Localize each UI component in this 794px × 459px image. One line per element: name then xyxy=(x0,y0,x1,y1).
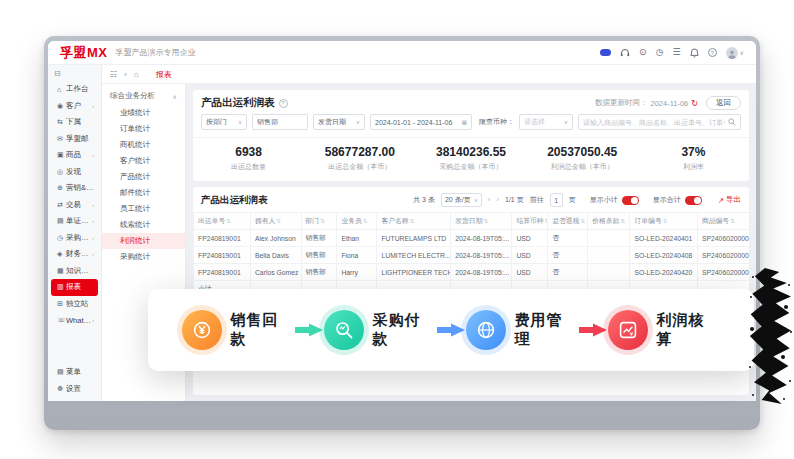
tab-reports[interactable]: 报表 xyxy=(156,69,172,80)
step-expense-management: 费用管理 xyxy=(466,310,578,350)
sidebar-collapse-icon[interactable]: ⊟ xyxy=(48,67,101,81)
subtotal-toggle-group: 显示小计 xyxy=(590,195,639,205)
sidebar-item-subordinates[interactable]: ⇆下属 xyxy=(51,114,98,131)
refresh-icon[interactable]: ↻ xyxy=(691,99,698,108)
dept-input[interactable] xyxy=(252,114,308,130)
chevron-left-icon[interactable]: ‹ xyxy=(124,70,127,79)
total-toggle[interactable] xyxy=(685,196,702,205)
sort-icon: ⇅ xyxy=(363,218,368,224)
sidebar-item-knowledge[interactable]: ▦知识管理 xyxy=(51,263,98,280)
submenu-item-products[interactable]: 产品统计 xyxy=(102,169,185,185)
sidebar-item-menu[interactable]: ▤菜单 xyxy=(51,364,98,381)
back-button[interactable]: 返回 xyxy=(706,96,741,110)
col-shipment-no[interactable]: 出运单号⇅ xyxy=(194,213,251,230)
prev-page-icon[interactable]: ‹ xyxy=(488,196,491,204)
currency-label: 限查币种： xyxy=(479,117,514,127)
clock-icon[interactable]: ◷ xyxy=(656,48,664,57)
sidebar-item-marketing[interactable]: ⊕营销&AM xyxy=(51,180,98,197)
col-customer[interactable]: 客户名称⇅ xyxy=(377,213,451,230)
col-department[interactable]: 部门⇅ xyxy=(301,213,337,230)
sidebar-item-trade[interactable]: ⇄交易› xyxy=(51,197,98,214)
col-currency[interactable]: 结算币种⇅ xyxy=(512,213,548,230)
exchange-icon: ⇄ xyxy=(57,201,66,209)
subtotal-toggle[interactable] xyxy=(622,196,639,205)
user-menu[interactable]: ∨ xyxy=(726,47,744,59)
page: 孚盟MX 孚盟产品演示专用企业 ⊙ ◷ ☰ ? ∨ xyxy=(0,0,794,459)
sidebar-item-finance[interactable]: ◈财务管理› xyxy=(51,246,98,263)
report-icon: ▥ xyxy=(57,283,66,291)
submenu-group[interactable]: 综合业务分析 ∧ xyxy=(102,88,185,105)
help-icon[interactable]: ? xyxy=(708,48,717,57)
sidebar-item-site[interactable]: ⊞独立站 xyxy=(51,296,98,313)
goto-page-input[interactable] xyxy=(550,193,563,207)
people-icon: ⇆ xyxy=(57,118,66,126)
sidebar-item-customers[interactable]: ◉客户› xyxy=(51,98,98,115)
sidebar-item-shipping-docs[interactable]: ▤单证船务› xyxy=(51,213,98,230)
col-price-terms[interactable]: 价格条款⇅ xyxy=(588,213,630,230)
help-icon[interactable]: ? xyxy=(279,99,288,108)
arrow-right-icon xyxy=(294,322,324,338)
col-product-no[interactable]: 商品编号⇅ xyxy=(697,213,749,230)
customer-icon: ◉ xyxy=(57,102,66,110)
page-unit: 页 xyxy=(569,195,576,205)
stat-profit-rate: 37%利润率 xyxy=(638,145,749,172)
currency-select[interactable]: 请选择∨ xyxy=(519,114,573,130)
sidebar-item-workbench[interactable]: ⌂工作台 xyxy=(51,81,98,98)
arrow-right-icon xyxy=(578,322,608,338)
eye-icon[interactable] xyxy=(600,49,611,56)
col-tax-refund[interactable]: 是否退税⇅ xyxy=(548,213,588,230)
sidebar-item-whatsapp[interactable]: ☏WhatsAp...› xyxy=(51,312,98,329)
list-icon[interactable]: ☰ xyxy=(673,48,681,57)
page-indicator: 1/1 页 xyxy=(505,195,524,205)
submenu-item-emails[interactable]: 邮件统计 xyxy=(102,185,185,201)
site-icon: ⊞ xyxy=(57,300,66,308)
stat-shipment-qty: 6938出运总数量 xyxy=(193,145,304,172)
target-icon[interactable]: ⊙ xyxy=(639,48,647,57)
stat-profit-amount: 20537050.45利润总金额（本币） xyxy=(527,145,638,172)
submenu-item-opportunities[interactable]: 商机统计 xyxy=(102,137,185,153)
sort-icon: ⇅ xyxy=(730,218,735,224)
col-ship-date[interactable]: 发货日期⇅ xyxy=(451,213,512,230)
gear-icon: ☸ xyxy=(57,385,66,393)
col-order-no[interactable]: 订单编号⇅ xyxy=(630,213,697,230)
submenu-item-employees[interactable]: 员工统计 xyxy=(102,201,185,217)
compass-icon: ◎ xyxy=(57,168,66,176)
bell-icon[interactable] xyxy=(690,48,699,58)
calendar-icon: ▦ xyxy=(462,119,467,125)
dept-select[interactable]: 按部门∨ xyxy=(201,114,247,130)
submenu-item-profit[interactable]: 利润统计 xyxy=(102,233,185,249)
grid-icon[interactable]: ☷ xyxy=(110,70,117,79)
submenu-item-leads[interactable]: 线索统计 xyxy=(102,217,185,233)
search-input[interactable] xyxy=(578,114,741,130)
chevron-down-icon: ∨ xyxy=(356,119,360,125)
submenu-item-procurement[interactable]: 采购统计 xyxy=(102,249,185,265)
date-range-input[interactable]: 2024-01-01 - 2024-11-06▦ xyxy=(370,114,472,130)
sidebar-item-reports[interactable]: ▥报表 xyxy=(51,279,98,296)
sidebar-item-settings[interactable]: ☸设置 xyxy=(51,381,98,398)
table-row: FP240819001Carlos Gomez销售部HarryLIGHTPION… xyxy=(194,264,750,281)
magnifier-icon xyxy=(324,310,364,350)
col-owner[interactable]: 拥有人⇅ xyxy=(250,213,301,230)
page-size-select[interactable]: 20 条/页∨ xyxy=(441,193,482,207)
sort-icon: ⇅ xyxy=(483,218,488,224)
kpi-stats: 6938出运总数量 58677287.00出运总金额（本币） 38140236.… xyxy=(193,137,749,181)
sidebar-item-products[interactable]: ▣商品› xyxy=(51,147,98,164)
col-salesperson[interactable]: 业务员⇅ xyxy=(337,213,377,230)
globe-icon: ⊕ xyxy=(57,184,66,192)
arrow-right-icon xyxy=(436,322,466,338)
submenu-item-orders[interactable]: 订单统计 xyxy=(102,121,185,137)
mail-icon: ✉ xyxy=(57,135,66,143)
sort-icon: ⇅ xyxy=(276,218,281,224)
sidebar-item-mail[interactable]: ✉孚盟邮 xyxy=(51,131,98,148)
sidebar-item-procurement[interactable]: ◷采购管理› xyxy=(51,230,98,247)
chevron-up-icon: ∧ xyxy=(173,93,177,100)
submenu-item-performance[interactable]: 业绩统计 xyxy=(102,105,185,121)
sidebar-item-discover[interactable]: ◎发现 xyxy=(51,164,98,181)
sort-icon: ⇅ xyxy=(320,218,325,224)
date-type-select[interactable]: 发货日期∨ xyxy=(313,114,365,130)
submenu-item-customers[interactable]: 客户统计 xyxy=(102,153,185,169)
export-button[interactable]: ↗ 导出 xyxy=(718,195,741,205)
headset-icon[interactable] xyxy=(620,48,630,58)
home-icon[interactable]: ⌂ xyxy=(134,70,139,79)
next-page-icon[interactable]: › xyxy=(496,196,499,204)
